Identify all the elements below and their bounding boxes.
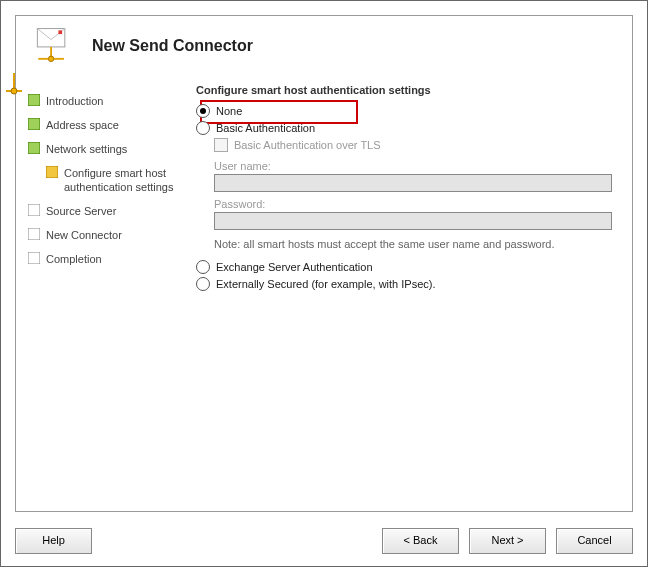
button-bar: Help < Back Next > Cancel <box>15 528 633 554</box>
step-network-settings[interactable]: Network settings <box>28 142 184 156</box>
password-block: Password: <box>214 198 614 230</box>
svg-rect-10 <box>28 118 40 130</box>
smarthost-note: Note: all smart hosts must accept the sa… <box>214 238 612 250</box>
step-pending-icon <box>28 252 40 264</box>
svg-rect-1 <box>58 30 62 34</box>
radio-none[interactable]: None <box>196 104 614 118</box>
step-pending-icon <box>28 228 40 240</box>
step-list: Introduction Address space Network setti… <box>28 94 184 266</box>
username-block: User name: <box>214 160 614 192</box>
step-auth-settings[interactable]: Configure smart host authentication sett… <box>46 166 184 194</box>
svg-rect-13 <box>28 204 40 216</box>
step-address-space[interactable]: Address space <box>28 118 184 132</box>
cancel-button[interactable]: Cancel <box>556 528 633 554</box>
svg-rect-12 <box>46 166 58 178</box>
step-current-icon <box>46 166 58 178</box>
radio-input-basic[interactable] <box>196 121 210 135</box>
steps-sidebar: Introduction Address space Network setti… <box>16 76 188 511</box>
password-label: Password: <box>214 198 614 210</box>
wizard-dialog: New Send Connector Introduction <box>0 0 648 567</box>
username-label: User name: <box>214 160 614 172</box>
radio-none-wrap: None <box>196 104 614 118</box>
next-button[interactable]: Next > <box>469 528 546 554</box>
radio-external-secured[interactable]: Externally Secured (for example, with IP… <box>196 277 614 291</box>
radio-exchange-auth[interactable]: Exchange Server Authentication <box>196 260 614 274</box>
svg-rect-14 <box>28 228 40 240</box>
radio-basic-auth[interactable]: Basic Authentication <box>196 121 614 135</box>
wizard-header: New Send Connector <box>16 16 632 76</box>
step-new-connector[interactable]: New Connector <box>28 228 184 242</box>
page-heading: Configure smart host authentication sett… <box>196 84 614 96</box>
svg-point-3 <box>48 56 54 62</box>
username-input <box>214 174 612 192</box>
connector-glyph-icon <box>4 69 30 95</box>
main-content: Configure smart host authentication sett… <box>188 76 632 511</box>
step-introduction[interactable]: Introduction <box>28 94 184 108</box>
step-done-icon <box>28 94 40 106</box>
step-pending-icon <box>28 204 40 216</box>
radio-input-none[interactable] <box>196 104 210 118</box>
step-completion[interactable]: Completion <box>28 252 184 266</box>
step-done-icon <box>28 118 40 130</box>
mail-connector-icon <box>28 22 76 70</box>
wizard-body: Introduction Address space Network setti… <box>16 76 632 511</box>
checkbox-basic-tls: Basic Authentication over TLS <box>214 138 614 152</box>
svg-rect-15 <box>28 252 40 264</box>
help-button[interactable]: Help <box>15 528 92 554</box>
step-source-server[interactable]: Source Server <box>28 204 184 218</box>
password-input <box>214 212 612 230</box>
radio-input-exchange[interactable] <box>196 260 210 274</box>
back-button[interactable]: < Back <box>382 528 459 554</box>
wizard-title: New Send Connector <box>92 37 253 55</box>
checkbox-input-tls <box>214 138 228 152</box>
svg-point-8 <box>11 88 17 94</box>
wizard-panel: New Send Connector Introduction <box>15 15 633 512</box>
svg-rect-9 <box>28 94 40 106</box>
svg-rect-11 <box>28 142 40 154</box>
radio-input-external[interactable] <box>196 277 210 291</box>
step-done-icon <box>28 142 40 154</box>
